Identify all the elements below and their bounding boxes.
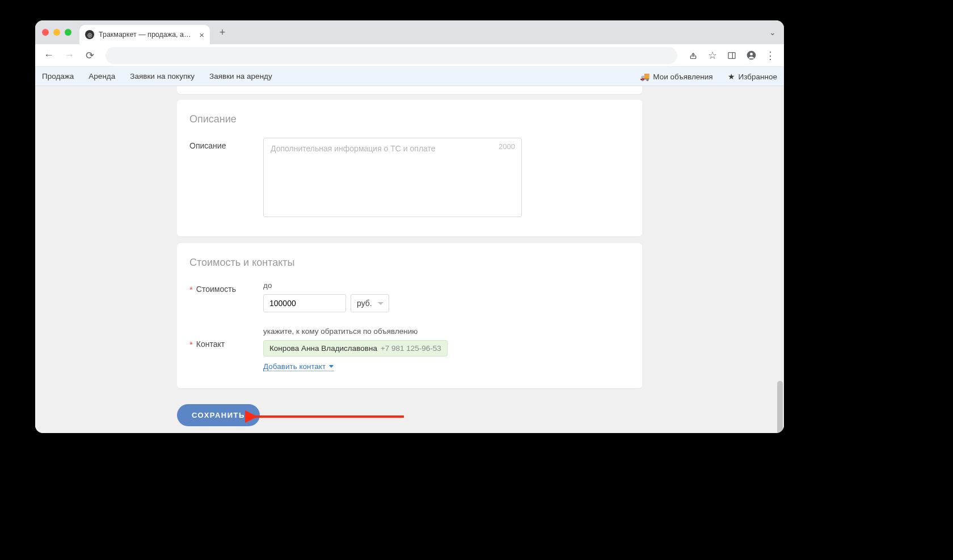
contact-name: Конрова Анна Владиславовна — [269, 344, 377, 353]
new-tab-button[interactable]: + — [214, 24, 230, 40]
svg-rect-1 — [728, 52, 735, 58]
scrollbar-thumb[interactable] — [777, 381, 783, 433]
add-contact-link[interactable]: Добавить контакт — [263, 362, 334, 371]
nav-rent[interactable]: Аренда — [88, 72, 115, 80]
nav-favorites[interactable]: ★Избранное — [728, 72, 777, 81]
page-content: Описание Описание 2000 Стоимость и конта… — [35, 86, 784, 433]
nav-my-ads[interactable]: 🚚Мои объявления — [640, 72, 712, 81]
menu-icon[interactable]: ⋮ — [761, 46, 779, 65]
section-title-description: Описание — [189, 113, 630, 125]
label-description: Описание — [189, 138, 263, 150]
minimize-window-icon[interactable] — [53, 29, 60, 36]
required-marker: * — [189, 340, 193, 349]
svg-point-4 — [750, 53, 753, 56]
browser-tab[interactable]: ◎ Тракмаркет — продажа, арен × — [79, 25, 210, 44]
forward-button[interactable]: → — [60, 46, 78, 65]
browser-window: ◎ Тракмаркет — продажа, арен × + ⌄ ← → ⟳… — [35, 20, 784, 433]
label-price: * Стоимость — [189, 281, 263, 294]
prev-card-edge — [177, 86, 642, 94]
section-title-price: Стоимость и контакты — [189, 257, 630, 269]
price-prefix: до — [263, 281, 630, 290]
description-textarea[interactable] — [263, 138, 522, 217]
nav-sale[interactable]: Продажа — [42, 72, 74, 80]
browser-toolbar: ← → ⟳ ☆ ⋮ — [35, 44, 784, 67]
app-nav: Продажа Аренда Заявки на покупку Заявки … — [35, 67, 784, 86]
back-button[interactable]: ← — [40, 46, 58, 65]
contact-phone: +7 981 125-96-53 — [381, 344, 441, 353]
tab-title: Тракмаркет — продажа, арен — [99, 31, 195, 39]
annotation-arrow — [245, 410, 404, 423]
label-contact: * Контакт — [189, 327, 263, 349]
required-marker: * — [189, 285, 193, 294]
address-bar[interactable] — [106, 47, 677, 64]
section-description: Описание Описание 2000 — [177, 100, 642, 236]
panel-icon[interactable] — [723, 46, 741, 65]
traffic-lights — [42, 29, 79, 36]
star-icon: ★ — [728, 72, 735, 81]
tab-strip: ◎ Тракмаркет — продажа, арен × + ⌄ — [35, 20, 784, 44]
bookmark-icon[interactable]: ☆ — [703, 46, 722, 65]
save-button[interactable]: СОХРАНИТЬ — [177, 404, 260, 426]
currency-select[interactable]: руб. — [351, 294, 389, 312]
nav-rent-requests[interactable]: Заявки на аренду — [209, 72, 272, 80]
section-price-contacts: Стоимость и контакты * Стоимость до руб. — [177, 243, 642, 388]
favicon-icon: ◎ — [85, 30, 94, 39]
scrollbar[interactable] — [777, 154, 783, 426]
close-tab-icon[interactable]: × — [199, 30, 204, 40]
reload-button[interactable]: ⟳ — [81, 46, 99, 65]
maximize-window-icon[interactable] — [65, 29, 71, 36]
truck-icon: 🚚 — [640, 72, 650, 81]
profile-icon[interactable] — [742, 46, 760, 65]
price-input[interactable] — [263, 294, 346, 312]
share-icon[interactable] — [684, 46, 702, 65]
tabs-overflow-icon[interactable]: ⌄ — [769, 28, 776, 37]
contact-chip[interactable]: Конрова Анна Владиславовна +7 981 125-96… — [263, 340, 448, 357]
close-window-icon[interactable] — [42, 29, 49, 36]
nav-buy-requests[interactable]: Заявки на покупку — [130, 72, 195, 80]
contact-hint: укажите, к кому обратиться по объявлению — [263, 327, 630, 336]
